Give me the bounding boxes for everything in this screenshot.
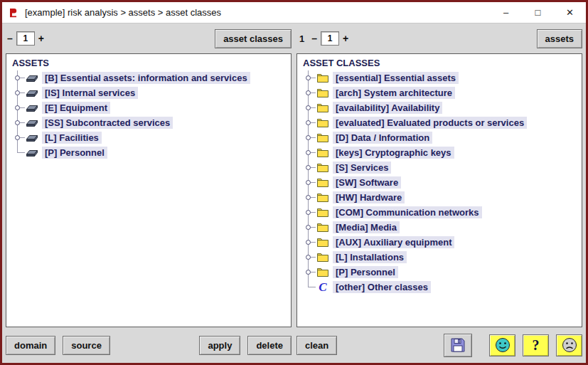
- tree-item[interactable]: [evaluated] Evaluated products or servic…: [301, 115, 577, 130]
- tree-expand-handle[interactable]: [306, 270, 311, 275]
- assets-tree: [B] Essential assets: information and se…: [11, 70, 287, 160]
- folder-icon: [316, 88, 330, 97]
- tree-connector: [11, 145, 25, 160]
- asset-classes-tree-panel: ASSET CLASSES [essential] Essential asse…: [296, 53, 582, 327]
- tree-item[interactable]: [arch] System architecture: [301, 85, 577, 100]
- tree-connector: [301, 160, 316, 175]
- smiley-icon: [495, 337, 511, 353]
- tree-expand-handle[interactable]: [306, 210, 311, 215]
- tree-expand-handle[interactable]: [306, 105, 311, 110]
- clean-button[interactable]: clean: [296, 336, 337, 355]
- titlebar: [example] risk analysis > assets > asset…: [2, 2, 586, 23]
- tree-item[interactable]: [E] Equipment: [11, 100, 287, 115]
- assets-tree-title: ASSETS: [11, 57, 287, 70]
- tree-connector: [301, 235, 316, 250]
- tree-expand-handle[interactable]: [306, 75, 311, 80]
- tree-item-label: [COM] Communication networks: [333, 206, 482, 218]
- app-window: [example] risk analysis > assets > asset…: [0, 0, 588, 365]
- tree-connector: [11, 100, 25, 115]
- close-button[interactable]: ✕: [554, 2, 586, 23]
- tree-item[interactable]: [L] Installations: [301, 250, 577, 265]
- tree-item-label: [arch] System architecture: [333, 87, 455, 99]
- tree-expand-handle[interactable]: [306, 135, 311, 140]
- source-button[interactable]: source: [63, 336, 110, 355]
- tree-connector: [301, 280, 316, 295]
- asset-classes-tree: [essential] Essential assets[arch] Syste…: [301, 70, 577, 295]
- folder-icon: [316, 238, 330, 247]
- delete-button[interactable]: delete: [247, 336, 292, 355]
- assets-spinner: – +: [6, 31, 46, 46]
- window-title: [example] risk analysis > assets > asset…: [25, 7, 221, 18]
- tree-expand-handle[interactable]: [306, 255, 311, 260]
- tree-expand-handle[interactable]: [15, 90, 20, 95]
- domain-button[interactable]: domain: [6, 336, 55, 355]
- help-button[interactable]: ?: [523, 334, 549, 356]
- asset-classes-button[interactable]: asset classes: [215, 29, 292, 48]
- spinner-increment-button[interactable]: +: [341, 33, 350, 44]
- spinner-value-input[interactable]: [16, 31, 35, 46]
- asset-classes-toolbar: 1 – + assets: [296, 28, 582, 49]
- folder-icon: [316, 118, 330, 127]
- assets-button[interactable]: assets: [537, 29, 582, 48]
- tree-item[interactable]: [D] Data / Information: [301, 130, 577, 145]
- tree-expand-handle[interactable]: [306, 180, 311, 185]
- spinner-decrement-button[interactable]: –: [310, 33, 319, 44]
- app-logo-icon: [8, 7, 19, 18]
- tree-expand-handle[interactable]: [306, 195, 311, 200]
- save-button[interactable]: [444, 334, 472, 357]
- smiley-button[interactable]: [489, 334, 515, 356]
- tree-expand-handle[interactable]: [306, 150, 311, 155]
- spinner-decrement-button[interactable]: –: [6, 33, 14, 44]
- tree-item[interactable]: [availability] Availability: [301, 100, 577, 115]
- tree-item[interactable]: [P] Personnel: [11, 145, 287, 160]
- tree-item-label: [P] Personnel: [333, 266, 398, 278]
- tree-expand-handle[interactable]: [15, 105, 20, 110]
- tree-item[interactable]: [L] Facilities: [11, 130, 287, 145]
- tree-expand-handle[interactable]: [15, 75, 20, 80]
- spinner-increment-button[interactable]: +: [37, 33, 46, 44]
- help-icon: ?: [533, 338, 540, 352]
- footer-icon-buttons: ?: [444, 334, 582, 357]
- tree-item[interactable]: [COM] Communication networks: [301, 205, 577, 220]
- tree-expand-handle[interactable]: [15, 135, 20, 140]
- apply-button[interactable]: apply: [199, 336, 240, 355]
- tree-expand-handle[interactable]: [15, 120, 20, 125]
- tree-item-label: [Media] Media: [333, 221, 400, 233]
- sad-button[interactable]: [556, 334, 582, 356]
- tree-item[interactable]: [P] Personnel: [301, 265, 577, 280]
- tree-item[interactable]: [HW] Hardware: [301, 190, 577, 205]
- tree-connector: [301, 100, 316, 115]
- tree-item[interactable]: C[other] Other classes: [301, 280, 577, 295]
- tree-item[interactable]: [S] Services: [301, 160, 577, 175]
- asset-classes-tree-title: ASSET CLASSES: [301, 57, 577, 70]
- tree-expand-handle[interactable]: [306, 240, 311, 245]
- tree-expand-handle[interactable]: [306, 225, 311, 230]
- tree-item[interactable]: [essential] Essential assets: [301, 70, 577, 85]
- folder-icon: [316, 208, 330, 217]
- tree-item[interactable]: [Media] Media: [301, 220, 577, 235]
- tree-item[interactable]: [IS] Internal services: [11, 85, 287, 100]
- tree-expand-handle[interactable]: [306, 165, 311, 170]
- spinner-value-input[interactable]: [321, 31, 339, 46]
- folder-icon: [316, 163, 330, 172]
- minimize-button[interactable]: –: [490, 2, 522, 23]
- tree-expand-handle[interactable]: [306, 90, 311, 95]
- tree-item[interactable]: [B] Essential assets: information and se…: [11, 70, 287, 85]
- tree-connector: [301, 265, 316, 280]
- folder-icon: [316, 268, 330, 277]
- tree-item[interactable]: [SW] Software: [301, 175, 577, 190]
- tree-item[interactable]: [keys] Cryptographic keys: [301, 145, 577, 160]
- asset-classes-spinner: – +: [310, 31, 350, 46]
- sad-icon: [562, 337, 577, 353]
- tree-expand-handle[interactable]: [306, 120, 311, 125]
- tree-item-label: [B] Essential assets: information and se…: [42, 72, 250, 84]
- maximize-button[interactable]: □: [522, 2, 554, 23]
- assets-toolbar: – + asset classes: [6, 28, 292, 49]
- tree-connector: [301, 190, 316, 205]
- tree-connector: [301, 130, 316, 145]
- tree-item[interactable]: [SS] Subcontracted services: [11, 115, 287, 130]
- tree-connector: [11, 130, 25, 145]
- layer-label: 1: [296, 33, 307, 44]
- tree-item[interactable]: [AUX] Auxiliary equipment: [301, 235, 577, 250]
- drawer-icon: [25, 103, 39, 112]
